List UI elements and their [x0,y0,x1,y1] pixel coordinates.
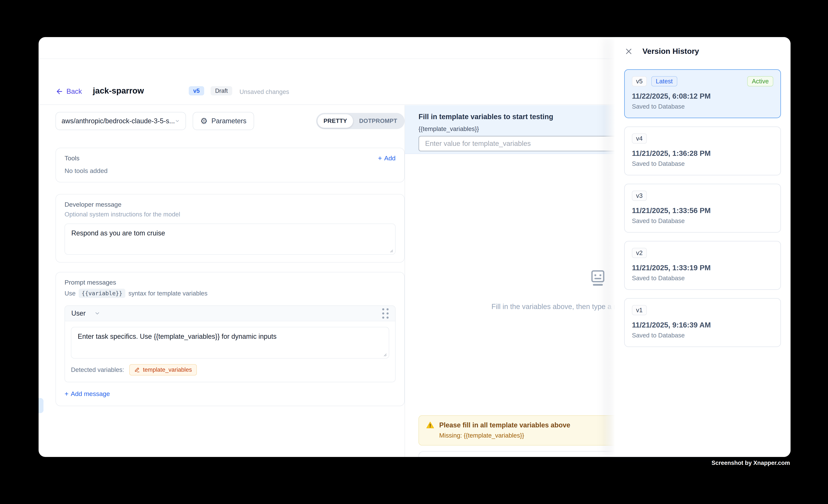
message-textarea[interactable]: Enter task specifics. Use {{template_var… [71,327,389,359]
version-timestamp: 11/22/2025, 6:08:12 PM [632,92,773,100]
detected-variable-chip[interactable]: template_variables [129,364,197,375]
resize-handle-icon[interactable] [389,248,393,253]
screenshot-credit: Screenshot by Xnapper.com [711,460,790,466]
version-status: Saved to Database [632,275,773,282]
version-card[interactable]: v5 Latest Active 11/22/2025, 6:08:12 PM … [624,69,781,118]
no-tools-text: No tools added [65,167,396,174]
editor-pane: aws/anthropic/bedrock-claude-3-5-s... ⚙ … [39,105,405,457]
model-select-value: aws/anthropic/bedrock-claude-3-5-s... [61,117,175,125]
version-history-header: Version History [615,37,791,56]
message-text-value: Enter task specifics. Use {{template_var… [78,333,277,340]
pencil-icon [134,367,140,373]
back-label: Back [67,87,82,95]
version-tag: v3 [632,191,647,201]
detected-variables-label: Detected variables: [71,366,124,373]
bot-icon [588,268,608,288]
prompt-messages-title: Prompt messages [65,279,396,286]
message-block: User Enter task specifics. Use {{templat… [65,305,396,382]
detected-variables-row: Detected variables: template_variables [65,359,395,382]
detected-variable-name: template_variables [143,367,192,373]
version-tag: v4 [632,133,647,143]
parameters-label: Parameters [211,117,246,125]
sidebar-peek-tab[interactable] [39,398,43,413]
version-badge: v5 [189,86,204,95]
draft-badge: Draft [211,86,232,95]
message-header: User [65,306,395,321]
resize-handle-icon[interactable] [382,352,387,356]
plus-icon: + [65,390,69,397]
version-timestamp: 11/21/2025, 1:36:28 PM [632,149,773,158]
gear-icon: ⚙ [200,117,208,125]
add-message-button[interactable]: + Add message [65,390,396,397]
plus-icon: + [378,155,382,162]
version-status: Saved to Database [632,217,773,224]
toggle-dotprompt[interactable]: DOTPROMPT [353,114,403,128]
version-list: v5 Latest Active 11/22/2025, 6:08:12 PM … [615,69,791,347]
developer-message-title: Developer message [65,201,396,208]
version-tag: v1 [632,305,647,315]
role-value: User [71,309,86,317]
model-select[interactable]: aws/anthropic/bedrock-claude-3-5-s... [55,112,186,130]
version-card[interactable]: v1 11/21/2025, 9:16:39 AM Saved to Datab… [624,298,781,347]
version-tag: v2 [632,248,647,258]
back-arrow-icon [55,87,64,95]
message-body: Enter task specifics. Use {{template_var… [65,321,395,359]
format-toggle: PRETTY DOTPROMPT [316,113,405,129]
version-status: Saved to Database [632,332,773,339]
hint-prefix: Use [65,290,76,297]
close-button[interactable] [625,47,633,55]
add-tool-label: Add [384,155,396,162]
prompt-messages-card: Prompt messages Use {{variable}} syntax … [55,272,405,406]
add-tool-button[interactable]: + Add [378,155,396,162]
warning-triangle-icon [426,421,434,429]
version-timestamp: 11/21/2025, 9:16:39 AM [632,321,773,329]
version-tag: v5 [632,76,647,86]
parameters-button[interactable]: ⚙ Parameters [193,112,254,130]
version-status: Saved to Database [632,103,773,110]
model-toolbar: aws/anthropic/bedrock-claude-3-5-s... ⚙ … [55,112,405,130]
chevron-down-icon [175,118,180,124]
developer-message-textarea[interactable]: Respond as you are tom cruise [65,223,396,255]
version-card[interactable]: v4 11/21/2025, 1:36:28 PM Saved to Datab… [624,126,781,175]
back-button[interactable]: Back [55,87,82,95]
version-timestamp: 11/21/2025, 1:33:56 PM [632,206,773,215]
version-status: Saved to Database [632,160,773,167]
page-title: jack-sparrow [93,86,144,95]
hint-suffix: syntax for template variables [128,290,207,297]
toggle-pretty[interactable]: PRETTY [318,114,353,128]
role-select[interactable]: User [71,309,100,317]
version-timestamp: 11/21/2025, 1:33:19 PM [632,264,773,272]
warning-title: Please fill in all template variables ab… [439,421,570,429]
variable-syntax-chip: {{variable}} [79,289,126,298]
tools-title: Tools [65,155,79,162]
tools-card: Tools + Add No tools added [55,148,405,182]
template-syntax-hint: Use {{variable}} syntax for template var… [65,289,396,298]
developer-message-value: Respond as you are tom cruise [71,229,165,237]
developer-message-subtitle: Optional system instructions for the mod… [65,211,396,218]
version-history-title: Version History [643,47,699,56]
version-history-drawer: Version History v5 Latest Active 11/22/2… [615,37,791,457]
latest-badge: Latest [651,76,677,86]
chevron-down-icon [94,310,100,317]
active-badge: Active [747,76,773,86]
close-icon [625,47,633,55]
version-card[interactable]: v2 11/21/2025, 1:33:19 PM Saved to Datab… [624,241,781,290]
developer-message-card: Developer message Optional system instru… [55,194,405,262]
unsaved-changes-text: Unsaved changes [239,88,289,95]
version-card[interactable]: v3 11/21/2025, 1:33:56 PM Saved to Datab… [624,184,781,233]
add-message-label: Add message [71,390,110,397]
drag-handle-icon[interactable] [382,308,389,319]
